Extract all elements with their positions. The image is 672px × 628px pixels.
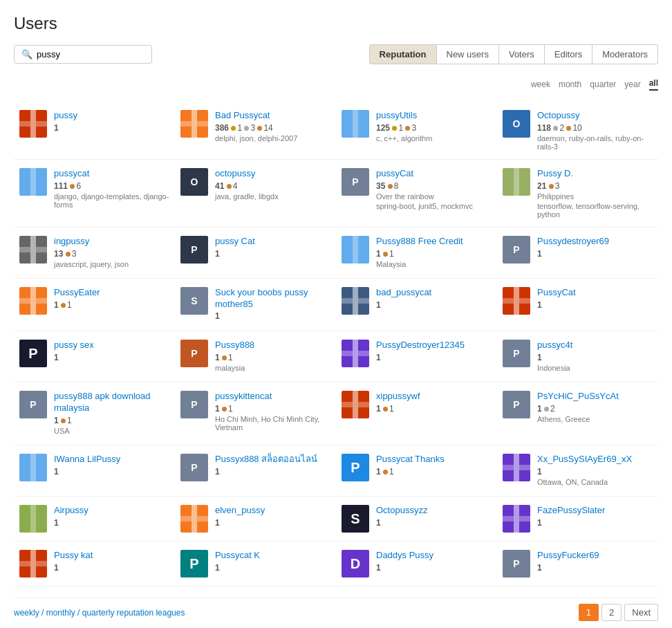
user-name-link[interactable]: pussy888 apk download malaysia [54,391,169,414]
user-rep: 1 [537,249,653,259]
user-card: FazePussySlater1 [497,497,658,542]
svg-rect-289 [514,476,519,481]
user-name-link[interactable]: pussy Cat [215,236,330,248]
svg-rect-122 [514,190,519,196]
user-location: Ho Chi Minh, Ho Chi Minh City, Vietnam [215,415,330,432]
user-name-link[interactable]: pussyc4t [537,340,653,351]
user-name-link[interactable]: PsYcHiC_PuSsYcAt [537,391,653,403]
user-name-link[interactable]: Pussycat Thanks [376,454,492,465]
user-name-link[interactable]: PussyEater [54,287,169,299]
user-name-link[interactable]: PussyFucker69 [537,550,653,562]
user-card: PussyEater1 1 [14,279,175,332]
svg-rect-74 [19,179,25,185]
svg-rect-96 [519,168,525,174]
svg-rect-163 [342,258,347,264]
filter-quarter[interactable]: quarter [590,80,616,89]
user-name-link[interactable]: Pussy D. [537,168,653,180]
tab-editors[interactable]: Editors [545,44,592,64]
user-name-link[interactable]: Daddys Pussy [376,550,492,562]
svg-rect-46 [358,121,364,127]
svg-rect-243 [353,413,358,418]
filter-month[interactable]: month [559,80,581,89]
svg-rect-20 [180,121,186,127]
user-name-link[interactable]: Pussyx888 สล็อตออนไลน์ [215,454,330,465]
svg-rect-277 [514,454,519,459]
user-rep: 118 2 10 [537,123,653,133]
tab-reputation[interactable]: Reputation [369,44,437,64]
user-name-link[interactable]: Pussydestroyer69 [537,236,653,248]
svg-rect-128 [19,247,25,252]
svg-rect-142 [358,236,364,241]
user-name-link[interactable]: Bad Pussycat [215,110,330,122]
svg-rect-325 [192,510,197,516]
user-location: malaysia [215,364,330,372]
user-name-link[interactable]: octopussy [215,168,330,180]
filter-all[interactable]: all [649,78,658,91]
avatar: D [342,550,369,578]
svg-rect-248 [36,454,41,459]
svg-rect-34 [358,110,364,116]
user-name-link[interactable]: xippussywf [376,391,492,403]
user-name-link[interactable]: PussyDestroyer12345 [376,340,492,351]
user-card: Ppussy sex1 [14,331,175,382]
user-name-link[interactable]: Xx_PusSySIAyEr69_xX [537,454,653,465]
svg-rect-259 [25,465,30,470]
avatar: P [342,454,369,481]
svg-rect-191 [347,298,353,304]
svg-rect-56 [364,132,369,138]
user-name-link[interactable]: bad_pussycat [376,287,492,299]
svg-rect-333 [192,521,197,527]
tab-voters[interactable]: Voters [499,44,545,64]
user-name-link[interactable]: pussyUtils [376,110,492,122]
svg-rect-76 [25,179,30,185]
svg-rect-359 [36,561,41,566]
filter-year[interactable]: year [624,80,640,89]
svg-rect-235 [364,402,369,407]
user-card: Ooctopussy41 4java, gradle, libgdx [175,160,336,228]
search-input[interactable] [37,49,147,59]
user-name-link[interactable]: Pussy kat [54,550,169,562]
user-name-link[interactable]: PussyCat [537,287,653,299]
user-name-link[interactable]: elven_pussy [215,505,330,517]
tab-new-users[interactable]: New users [437,44,499,64]
user-name-link[interactable]: pussy [54,110,169,122]
rep-leagues-link[interactable]: weekly / monthly / quarterly reputation … [14,608,185,618]
svg-rect-111 [503,185,508,190]
user-name-link[interactable]: Pussy888 Free Credit [376,236,492,248]
leagues-link[interactable]: weekly / monthly / quarterly reputation … [14,608,185,618]
svg-rect-250 [30,454,36,459]
user-name-link[interactable]: Pussy888 [215,340,330,351]
page-2-button[interactable]: 2 [601,604,622,621]
user-name-link[interactable]: Pussycat K [215,550,330,562]
user-name-link[interactable]: Suck your boobs pussy mother85 [215,287,330,311]
next-page-button[interactable]: Next [624,604,658,621]
filter-week[interactable]: week [531,80,550,89]
svg-rect-241 [353,407,358,413]
svg-rect-114 [519,185,525,190]
user-name-link[interactable]: pussykittencat [215,391,330,403]
search-box[interactable]: 🔍 [14,45,152,64]
svg-rect-91 [30,190,36,196]
user-name-link[interactable]: Octopussy [537,110,653,122]
user-name-link[interactable]: FazePussySlater [537,505,653,517]
svg-rect-37 [342,116,347,121]
svg-rect-335 [192,527,197,533]
user-name-link[interactable]: Octopussyzz [376,505,492,517]
avatar [19,550,47,578]
svg-rect-23 [197,121,203,127]
user-name-link[interactable]: Airpussy [54,505,169,517]
user-name-link[interactable]: ingpussy [54,236,169,248]
user-name-link[interactable]: IWanna LilPussy [54,454,169,465]
user-name-link[interactable]: pussy sex [54,340,169,351]
svg-rect-256 [30,459,36,465]
tab-moderators[interactable]: Moderators [592,44,658,64]
svg-rect-365 [30,572,36,578]
page-1-button[interactable]: 1 [579,604,599,621]
user-card: PPussycat K1 [175,542,336,587]
svg-rect-93 [503,168,508,174]
user-rep: 1 1 [54,300,169,310]
svg-rect-363 [30,566,36,572]
user-name-link[interactable]: pussyCat [376,168,492,180]
user-name-link[interactable]: pussycat [54,168,169,180]
svg-rect-102 [519,174,525,179]
